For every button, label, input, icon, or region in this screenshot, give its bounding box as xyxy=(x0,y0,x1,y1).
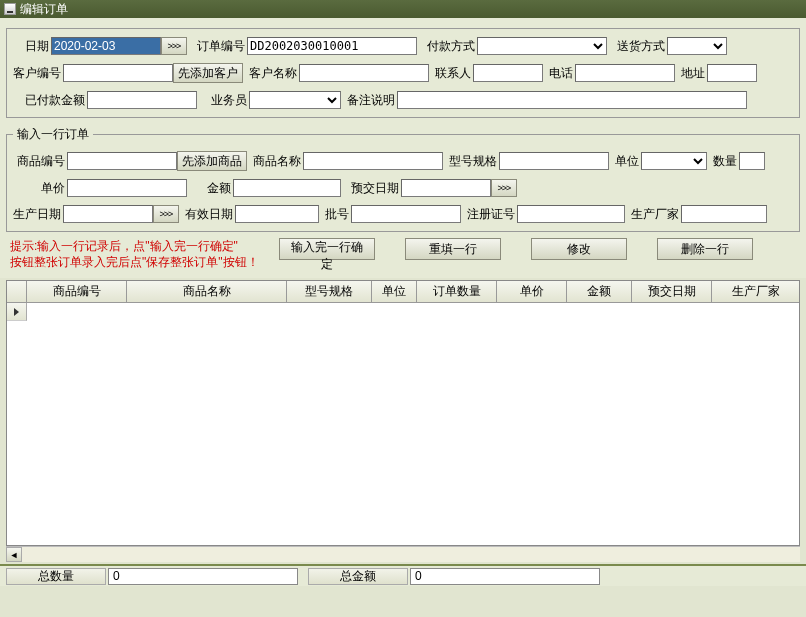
qty-label: 数量 xyxy=(713,153,737,170)
line-entry-group: 输入一行订单 商品编号 先添加商品 商品名称 型号规格 单位 数量 单价 金额 … xyxy=(6,126,800,232)
spec-label: 型号规格 xyxy=(449,153,497,170)
grid-col-product-name[interactable]: 商品名称 xyxy=(127,281,287,302)
unit-select[interactable] xyxy=(641,152,707,170)
scroll-left-icon[interactable]: ◄ xyxy=(6,547,22,562)
total-qty-label: 总数量 xyxy=(6,568,106,585)
pay-method-label: 付款方式 xyxy=(427,38,475,55)
cust-no-label: 客户编号 xyxy=(13,65,61,82)
order-no-label: 订单编号 xyxy=(197,38,245,55)
valid-date-input[interactable] xyxy=(235,205,319,223)
grid-header: 商品编号 商品名称 型号规格 单位 订单数量 单价 金额 预交日期 生产厂家 xyxy=(7,281,799,303)
date-input[interactable] xyxy=(51,37,161,55)
date-picker-button[interactable]: >>> xyxy=(161,37,187,55)
action-row: 提示:输入一行记录后，点"输入完一行确定" 按钮整张订单录入完后点"保存整张订单… xyxy=(10,238,800,270)
modify-button[interactable]: 修改 xyxy=(531,238,627,260)
form-area: 日期 >>> 订单编号 付款方式 送货方式 客户编号 先添加客户 客户名称 联系… xyxy=(0,18,806,278)
delivery-method-select[interactable] xyxy=(667,37,727,55)
price-label: 单价 xyxy=(41,180,65,197)
header-group: 日期 >>> 订单编号 付款方式 送货方式 客户编号 先添加客户 客户名称 联系… xyxy=(6,28,800,118)
remark-label: 备注说明 xyxy=(347,92,395,109)
contact-input[interactable] xyxy=(473,64,543,82)
refill-line-button[interactable]: 重填一行 xyxy=(405,238,501,260)
product-name-input[interactable] xyxy=(303,152,443,170)
unit-label: 单位 xyxy=(615,153,639,170)
grid-col-product-no[interactable]: 商品编号 xyxy=(27,281,127,302)
prod-date-input[interactable] xyxy=(63,205,153,223)
grid-col-unit[interactable]: 单位 xyxy=(372,281,417,302)
add-product-button[interactable]: 先添加商品 xyxy=(177,151,247,171)
amount-input[interactable] xyxy=(233,179,341,197)
titlebar: 编辑订单 xyxy=(0,0,806,18)
salesman-select[interactable] xyxy=(249,91,341,109)
valid-date-label: 有效日期 xyxy=(185,206,233,223)
minimize-icon[interactable] xyxy=(4,3,16,15)
address-label: 地址 xyxy=(681,65,705,82)
manufacturer-label: 生产厂家 xyxy=(631,206,679,223)
cust-name-input[interactable] xyxy=(299,64,429,82)
spec-input[interactable] xyxy=(499,152,609,170)
current-row-indicator-icon[interactable] xyxy=(7,303,27,321)
price-input[interactable] xyxy=(67,179,187,197)
phone-label: 电话 xyxy=(549,65,573,82)
salesman-label: 业务员 xyxy=(211,92,247,109)
total-amount-label: 总金额 xyxy=(308,568,408,585)
remark-input[interactable] xyxy=(397,91,747,109)
batch-label: 批号 xyxy=(325,206,349,223)
line-legend: 输入一行订单 xyxy=(13,126,93,143)
grid-col-qty[interactable]: 订单数量 xyxy=(417,281,497,302)
data-grid: 商品编号 商品名称 型号规格 单位 订单数量 单价 金额 预交日期 生产厂家 xyxy=(6,280,800,546)
manufacturer-input[interactable] xyxy=(681,205,767,223)
hint-line1: 提示:输入一行记录后，点"输入完一行确定" xyxy=(10,238,259,254)
footer-bar: 总数量 总金额 xyxy=(0,564,806,586)
order-no-input[interactable] xyxy=(247,37,417,55)
batch-input[interactable] xyxy=(351,205,461,223)
total-qty-value xyxy=(108,568,298,585)
qty-input[interactable] xyxy=(739,152,765,170)
delivery-method-label: 送货方式 xyxy=(617,38,665,55)
phone-input[interactable] xyxy=(575,64,675,82)
contact-label: 联系人 xyxy=(435,65,471,82)
hint-line2: 按钮整张订单录入完后点"保存整张订单"按钮！ xyxy=(10,254,259,270)
date-label: 日期 xyxy=(25,38,49,55)
window-title: 编辑订单 xyxy=(20,1,68,18)
grid-col-amount[interactable]: 金额 xyxy=(567,281,632,302)
due-date-label: 预交日期 xyxy=(351,180,399,197)
reg-no-label: 注册证号 xyxy=(467,206,515,223)
horizontal-scrollbar[interactable]: ◄ xyxy=(6,546,800,562)
prod-date-picker-button[interactable]: >>> xyxy=(153,205,179,223)
address-input[interactable] xyxy=(707,64,757,82)
grid-col-spec[interactable]: 型号规格 xyxy=(287,281,372,302)
cust-name-label: 客户名称 xyxy=(249,65,297,82)
grid-row-selector-header xyxy=(7,281,27,302)
confirm-line-button[interactable]: 输入完一行确定 xyxy=(279,238,375,260)
due-date-input[interactable] xyxy=(401,179,491,197)
pay-method-select[interactable] xyxy=(477,37,607,55)
reg-no-input[interactable] xyxy=(517,205,625,223)
grid-col-due-date[interactable]: 预交日期 xyxy=(632,281,712,302)
due-date-picker-button[interactable]: >>> xyxy=(491,179,517,197)
total-amount-value xyxy=(410,568,600,585)
add-customer-button[interactable]: 先添加客户 xyxy=(173,63,243,83)
paid-amount-label: 已付款金额 xyxy=(25,92,85,109)
delete-line-button[interactable]: 删除一行 xyxy=(657,238,753,260)
product-no-input[interactable] xyxy=(67,152,177,170)
grid-body[interactable] xyxy=(7,303,799,545)
amount-label: 金额 xyxy=(207,180,231,197)
scroll-track[interactable] xyxy=(22,547,800,562)
hint-text: 提示:输入一行记录后，点"输入完一行确定" 按钮整张订单录入完后点"保存整张订单… xyxy=(10,238,259,270)
product-no-label: 商品编号 xyxy=(17,153,65,170)
paid-amount-input[interactable] xyxy=(87,91,197,109)
grid-col-manufacturer[interactable]: 生产厂家 xyxy=(712,281,799,302)
grid-col-price[interactable]: 单价 xyxy=(497,281,567,302)
product-name-label: 商品名称 xyxy=(253,153,301,170)
prod-date-label: 生产日期 xyxy=(13,206,61,223)
cust-no-input[interactable] xyxy=(63,64,173,82)
